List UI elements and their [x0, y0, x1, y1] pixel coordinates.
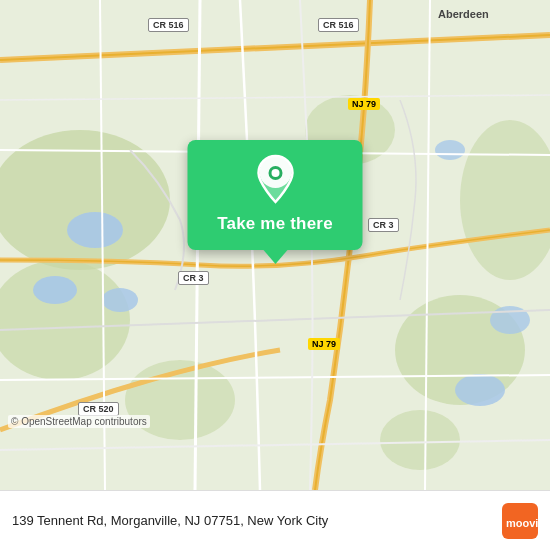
road-shield-cr3-right: CR 3 — [368, 218, 399, 232]
road-shield-cr520: CR 520 — [78, 402, 119, 416]
svg-point-5 — [380, 410, 460, 470]
moovit-logo[interactable]: moovit — [502, 503, 538, 539]
location-pin-icon — [255, 154, 295, 204]
svg-point-25 — [271, 169, 279, 177]
svg-point-10 — [102, 288, 138, 312]
svg-point-13 — [435, 140, 465, 160]
take-me-there-button[interactable]: Take me there — [217, 214, 333, 234]
svg-point-8 — [67, 212, 123, 248]
address-text: 139 Tennent Rd, Morganville, NJ 07751, N… — [12, 513, 502, 528]
svg-point-9 — [33, 276, 77, 304]
road-shield-nj79-top: NJ 79 — [348, 98, 380, 110]
road-shield-cr3-left: CR 3 — [178, 271, 209, 285]
svg-text:moovit: moovit — [506, 517, 538, 529]
map-container: CR 516 CR 516 CR 3 CR 3 CR 520 NJ 79 NJ … — [0, 0, 550, 490]
moovit-icon: moovit — [502, 503, 538, 539]
popup-card: Take me there — [188, 140, 363, 250]
osm-credit: © OpenStreetMap contributors — [8, 415, 150, 428]
svg-point-11 — [455, 374, 505, 406]
road-shield-cr516-right: CR 516 — [318, 18, 359, 32]
road-shield-cr516-left: CR 516 — [148, 18, 189, 32]
road-shield-nj79-bottom: NJ 79 — [308, 338, 340, 350]
place-name-aberdeen: Aberdeen — [438, 8, 489, 20]
info-bar: 139 Tennent Rd, Morganville, NJ 07751, N… — [0, 490, 550, 550]
